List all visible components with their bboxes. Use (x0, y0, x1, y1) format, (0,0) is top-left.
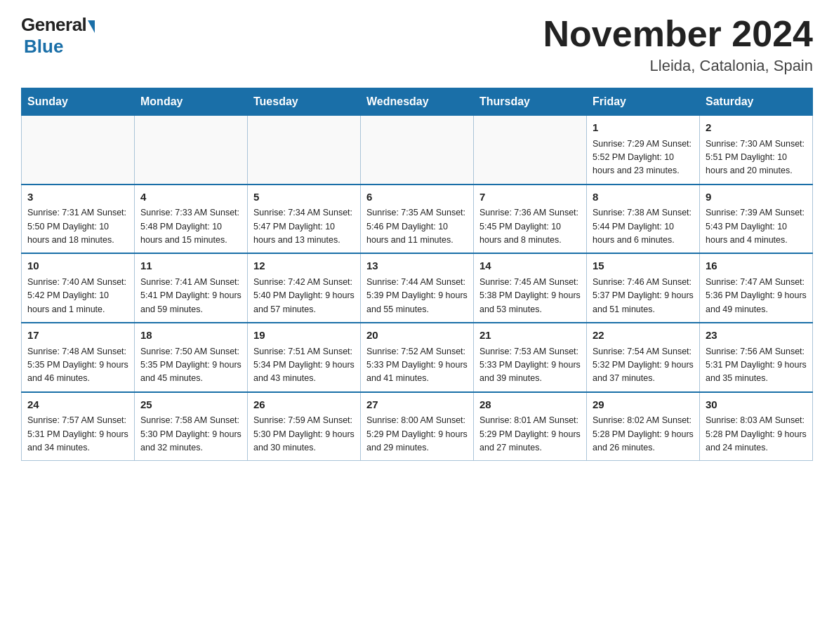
day-info: Sunrise: 7:53 AM Sunset: 5:33 PM Dayligh… (479, 345, 581, 386)
weekday-header-sunday: Sunday (22, 88, 135, 116)
day-info: Sunrise: 7:57 AM Sunset: 5:31 PM Dayligh… (27, 414, 128, 455)
day-number: 12 (253, 258, 355, 274)
day-info: Sunrise: 7:33 AM Sunset: 5:48 PM Dayligh… (140, 206, 241, 247)
day-number: 14 (479, 258, 581, 274)
day-number: 29 (593, 397, 694, 413)
day-number: 10 (27, 258, 128, 274)
day-info: Sunrise: 7:31 AM Sunset: 5:50 PM Dayligh… (27, 206, 128, 247)
calendar-cell (248, 116, 361, 185)
day-info: Sunrise: 7:44 AM Sunset: 5:39 PM Dayligh… (366, 276, 468, 316)
calendar-cell (361, 116, 474, 185)
calendar-cell (22, 116, 135, 185)
calendar-cell: 17Sunrise: 7:48 AM Sunset: 5:35 PM Dayli… (22, 323, 135, 392)
calendar-cell: 27Sunrise: 8:00 AM Sunset: 5:29 PM Dayli… (361, 392, 474, 461)
weekday-header-friday: Friday (587, 88, 700, 116)
calendar-cell (474, 116, 587, 185)
day-info: Sunrise: 7:51 AM Sunset: 5:34 PM Dayligh… (253, 345, 355, 386)
weekday-header-wednesday: Wednesday (361, 88, 474, 116)
day-number: 4 (140, 189, 241, 206)
calendar-cell: 16Sunrise: 7:47 AM Sunset: 5:36 PM Dayli… (700, 253, 813, 323)
calendar-cell: 25Sunrise: 7:58 AM Sunset: 5:30 PM Dayli… (135, 392, 248, 461)
weekday-header-saturday: Saturday (700, 88, 813, 116)
calendar-cell: 30Sunrise: 8:03 AM Sunset: 5:28 PM Dayli… (700, 392, 813, 461)
day-info: Sunrise: 7:54 AM Sunset: 5:32 PM Dayligh… (593, 345, 694, 386)
calendar-cell: 10Sunrise: 7:40 AM Sunset: 5:42 PM Dayli… (22, 253, 135, 323)
calendar-cell: 22Sunrise: 7:54 AM Sunset: 5:32 PM Dayli… (587, 323, 700, 392)
day-number: 1 (593, 120, 694, 136)
calendar-week-2: 3Sunrise: 7:31 AM Sunset: 5:50 PM Daylig… (22, 185, 813, 254)
day-info: Sunrise: 8:03 AM Sunset: 5:28 PM Dayligh… (706, 414, 807, 455)
day-info: Sunrise: 7:41 AM Sunset: 5:41 PM Dayligh… (140, 276, 241, 316)
location-text: Lleida, Catalonia, Spain (543, 57, 813, 75)
day-number: 9 (706, 189, 807, 206)
day-number: 26 (253, 397, 355, 413)
day-info: Sunrise: 7:39 AM Sunset: 5:43 PM Dayligh… (706, 206, 807, 247)
day-info: Sunrise: 7:47 AM Sunset: 5:36 PM Dayligh… (706, 276, 807, 316)
calendar-cell: 9Sunrise: 7:39 AM Sunset: 5:43 PM Daylig… (700, 185, 813, 254)
day-number: 17 (27, 328, 128, 344)
calendar-cell (135, 116, 248, 185)
day-number: 13 (366, 258, 468, 274)
day-info: Sunrise: 7:38 AM Sunset: 5:44 PM Dayligh… (593, 206, 694, 247)
page-header: General Blue November 2024 Lleida, Catal… (21, 14, 813, 75)
day-info: Sunrise: 7:56 AM Sunset: 5:31 PM Dayligh… (706, 345, 807, 386)
weekday-header-monday: Monday (135, 88, 248, 116)
day-number: 25 (140, 397, 241, 413)
day-number: 7 (479, 189, 581, 206)
day-number: 5 (253, 189, 355, 206)
day-number: 3 (27, 189, 128, 206)
day-number: 8 (593, 189, 694, 206)
day-number: 18 (140, 328, 241, 344)
logo-blue-text: Blue (24, 36, 63, 58)
calendar-week-1: 1Sunrise: 7:29 AM Sunset: 5:52 PM Daylig… (22, 116, 813, 185)
calendar-cell: 7Sunrise: 7:36 AM Sunset: 5:45 PM Daylig… (474, 185, 587, 254)
day-info: Sunrise: 7:29 AM Sunset: 5:52 PM Dayligh… (593, 137, 694, 178)
day-info: Sunrise: 7:46 AM Sunset: 5:37 PM Dayligh… (593, 276, 694, 316)
calendar-cell: 4Sunrise: 7:33 AM Sunset: 5:48 PM Daylig… (135, 185, 248, 254)
day-info: Sunrise: 7:34 AM Sunset: 5:47 PM Dayligh… (253, 206, 355, 247)
day-info: Sunrise: 7:30 AM Sunset: 5:51 PM Dayligh… (706, 137, 807, 178)
calendar-cell: 28Sunrise: 8:01 AM Sunset: 5:29 PM Dayli… (474, 392, 587, 461)
calendar-cell: 26Sunrise: 7:59 AM Sunset: 5:30 PM Dayli… (248, 392, 361, 461)
day-number: 20 (366, 328, 468, 344)
calendar-cell: 12Sunrise: 7:42 AM Sunset: 5:40 PM Dayli… (248, 253, 361, 323)
day-number: 23 (706, 328, 807, 344)
day-info: Sunrise: 8:02 AM Sunset: 5:28 PM Dayligh… (593, 414, 694, 455)
calendar-cell: 8Sunrise: 7:38 AM Sunset: 5:44 PM Daylig… (587, 185, 700, 254)
month-title: November 2024 (543, 14, 813, 54)
calendar-cell: 13Sunrise: 7:44 AM Sunset: 5:39 PM Dayli… (361, 253, 474, 323)
day-number: 15 (593, 258, 694, 274)
calendar-cell: 3Sunrise: 7:31 AM Sunset: 5:50 PM Daylig… (22, 185, 135, 254)
day-info: Sunrise: 7:59 AM Sunset: 5:30 PM Dayligh… (253, 414, 355, 455)
day-info: Sunrise: 7:45 AM Sunset: 5:38 PM Dayligh… (479, 276, 581, 316)
calendar-cell: 1Sunrise: 7:29 AM Sunset: 5:52 PM Daylig… (587, 116, 700, 185)
calendar-cell: 2Sunrise: 7:30 AM Sunset: 5:51 PM Daylig… (700, 116, 813, 185)
day-info: Sunrise: 8:01 AM Sunset: 5:29 PM Dayligh… (479, 414, 581, 455)
calendar-cell: 14Sunrise: 7:45 AM Sunset: 5:38 PM Dayli… (474, 253, 587, 323)
calendar-cell: 5Sunrise: 7:34 AM Sunset: 5:47 PM Daylig… (248, 185, 361, 254)
day-info: Sunrise: 7:42 AM Sunset: 5:40 PM Dayligh… (253, 276, 355, 316)
day-number: 28 (479, 397, 581, 413)
calendar-week-5: 24Sunrise: 7:57 AM Sunset: 5:31 PM Dayli… (22, 392, 813, 461)
day-number: 2 (706, 120, 807, 136)
day-number: 22 (593, 328, 694, 344)
day-number: 24 (27, 397, 128, 413)
day-info: Sunrise: 7:52 AM Sunset: 5:33 PM Dayligh… (366, 345, 468, 386)
day-info: Sunrise: 7:58 AM Sunset: 5:30 PM Dayligh… (140, 414, 241, 455)
day-number: 19 (253, 328, 355, 344)
day-number: 21 (479, 328, 581, 344)
weekday-header-row: SundayMondayTuesdayWednesdayThursdayFrid… (22, 88, 813, 116)
day-number: 16 (706, 258, 807, 274)
day-info: Sunrise: 7:35 AM Sunset: 5:46 PM Dayligh… (366, 206, 468, 247)
logo: General Blue (21, 14, 95, 58)
day-number: 11 (140, 258, 241, 274)
calendar-cell: 6Sunrise: 7:35 AM Sunset: 5:46 PM Daylig… (361, 185, 474, 254)
day-info: Sunrise: 7:48 AM Sunset: 5:35 PM Dayligh… (27, 345, 128, 386)
calendar-cell: 20Sunrise: 7:52 AM Sunset: 5:33 PM Dayli… (361, 323, 474, 392)
calendar-cell: 29Sunrise: 8:02 AM Sunset: 5:28 PM Dayli… (587, 392, 700, 461)
weekday-header-thursday: Thursday (474, 88, 587, 116)
day-info: Sunrise: 7:36 AM Sunset: 5:45 PM Dayligh… (479, 206, 581, 247)
calendar-table: SundayMondayTuesdayWednesdayThursdayFrid… (21, 88, 813, 461)
calendar-cell: 24Sunrise: 7:57 AM Sunset: 5:31 PM Dayli… (22, 392, 135, 461)
day-number: 6 (366, 189, 468, 206)
